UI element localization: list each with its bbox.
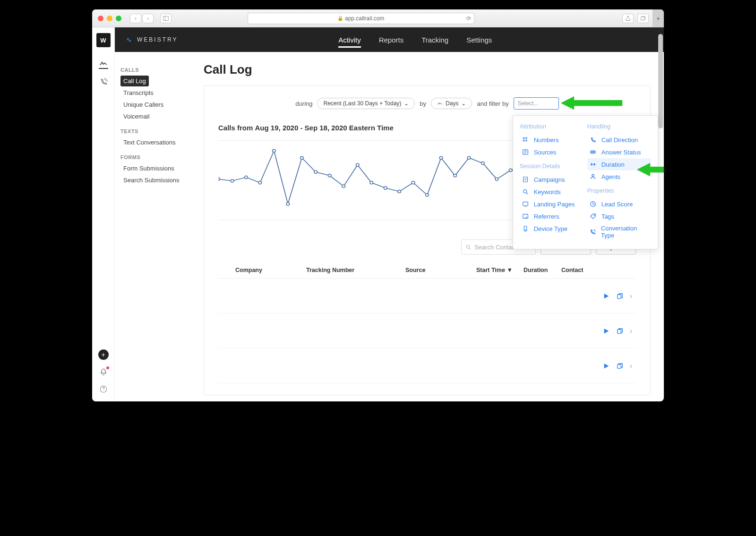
sidebar-item-unique-callers[interactable]: Unique Callers [120, 99, 185, 110]
th-contact[interactable]: Contact [561, 267, 609, 273]
svg-point-18 [593, 152, 593, 153]
dd-call-direction[interactable]: Call Direction [587, 134, 651, 146]
phone-icon[interactable] [99, 77, 108, 87]
th-duration[interactable]: Duration [524, 267, 561, 273]
page-title: Call Log [204, 62, 651, 77]
nav-buttons: ‹ › [130, 14, 154, 23]
granularity-dropdown[interactable]: Days ⌄ [431, 98, 472, 109]
dd-lead-score[interactable]: Lead Score [587, 198, 651, 210]
nav-reports[interactable]: Reports [379, 29, 404, 51]
play-icon[interactable] [603, 293, 610, 299]
landing-pages-icon [522, 200, 529, 208]
referrers-icon [522, 213, 529, 220]
copy-icon[interactable] [616, 362, 623, 369]
svg-marker-60 [604, 363, 609, 368]
scrollbar[interactable] [658, 34, 663, 128]
sidebar-item-transcripts[interactable]: Transcripts [120, 87, 185, 98]
nav-tracking[interactable]: Tracking [421, 29, 448, 51]
share-button[interactable] [622, 14, 634, 23]
svg-rect-2 [641, 17, 644, 20]
add-button[interactable]: + [98, 349, 109, 360]
svg-point-6 [525, 137, 527, 139]
dd-keywords[interactable]: Keywords [520, 186, 584, 198]
svg-point-44 [495, 178, 498, 180]
left-rail: W + [92, 27, 115, 401]
logo[interactable]: ∿ WEBISTRY [126, 36, 178, 43]
svg-point-20 [592, 174, 593, 176]
play-icon[interactable] [603, 328, 610, 334]
granularity-value: Days [446, 100, 458, 107]
sidebar-item-search-submissions[interactable]: Search Submissions [120, 175, 185, 186]
sidebar-item-call-log[interactable]: Call Log [120, 76, 149, 86]
forward-button[interactable]: › [142, 14, 154, 23]
agents-icon [589, 173, 597, 180]
th-source[interactable]: Source [405, 267, 476, 273]
svg-point-34 [356, 163, 359, 166]
nav-settings[interactable]: Settings [466, 29, 492, 51]
th-start-time[interactable]: Start Time ▼ [476, 267, 524, 273]
url-text: app.callrail.com [345, 15, 384, 22]
svg-point-22 [593, 215, 594, 216]
help-icon[interactable] [99, 384, 108, 394]
address-bar[interactable]: 🔒 app.callrail.com ⟳ [248, 13, 474, 24]
svg-point-43 [481, 162, 485, 165]
sidebar-toggle-button[interactable] [160, 14, 172, 23]
nav-links: Activity Reports Tracking Settings [338, 29, 492, 51]
nav-activity[interactable]: Activity [338, 29, 361, 51]
chevron-right-icon[interactable]: › [630, 362, 632, 370]
dd-duration[interactable]: Duration [587, 158, 651, 170]
dd-device-type[interactable]: Device Type [520, 222, 584, 235]
th-tracking[interactable]: Tracking Number [306, 267, 405, 273]
lead-score-icon [589, 200, 597, 208]
activity-icon[interactable] [99, 60, 108, 69]
reload-icon[interactable]: ⟳ [466, 15, 471, 22]
dd-agents[interactable]: Agents [587, 170, 651, 183]
dd-conversation-type[interactable]: Conversation Type [587, 222, 651, 241]
copy-icon[interactable] [616, 292, 623, 299]
sidebar: CALLS Call Log Transcripts Unique Caller… [115, 52, 190, 401]
sidebar-head-calls: CALLS [120, 67, 185, 73]
dd-head-attribution: Attribution [520, 123, 584, 130]
maximize-window-icon[interactable] [116, 16, 121, 21]
svg-point-32 [328, 174, 331, 177]
back-button[interactable]: ‹ [130, 14, 141, 23]
sources-icon [522, 148, 529, 156]
table-row[interactable]: › [218, 279, 636, 314]
table-row[interactable]: › [218, 314, 636, 349]
svg-point-39 [426, 194, 429, 196]
play-icon[interactable] [603, 363, 610, 369]
dd-numbers[interactable]: Numbers [520, 134, 584, 146]
sidebar-item-form-submissions[interactable]: Form Submissions [120, 163, 185, 174]
filter-select-input[interactable]: Select... [514, 97, 559, 110]
dd-campaigns[interactable]: Campaigns [520, 173, 584, 186]
daterange-dropdown[interactable]: Recent (Last 30 Days + Today) ⌄ [317, 98, 415, 109]
dd-sources[interactable]: Sources [520, 146, 584, 158]
svg-point-45 [509, 169, 512, 172]
close-window-icon[interactable] [98, 16, 103, 21]
th-company[interactable]: Company [235, 267, 306, 273]
chevron-right-icon[interactable]: › [630, 327, 632, 335]
notifications-icon[interactable] [99, 367, 108, 377]
copy-icon[interactable] [616, 327, 623, 334]
dd-landing-pages[interactable]: Landing Pages [520, 198, 584, 210]
sidebar-item-text-conversations[interactable]: Text Conversations [120, 137, 185, 148]
dd-head-session: Session Details [520, 163, 584, 170]
tabs-button[interactable] [637, 14, 649, 23]
brand-square[interactable]: W [96, 33, 111, 47]
svg-rect-0 [163, 16, 169, 20]
annotation-arrow-select [561, 94, 622, 111]
chevron-down-icon: ⌄ [404, 100, 409, 107]
dd-referrers[interactable]: Referrers [520, 210, 584, 222]
svg-point-8 [525, 140, 527, 141]
new-tab-button[interactable]: + [653, 9, 664, 27]
chevron-right-icon[interactable]: › [630, 292, 632, 300]
svg-marker-56 [604, 293, 609, 298]
conversation-type-icon [589, 228, 596, 236]
svg-point-28 [273, 149, 276, 152]
table-row[interactable]: › [218, 349, 636, 383]
minimize-window-icon[interactable] [107, 16, 112, 21]
dd-tags[interactable]: Tags [587, 210, 651, 222]
svg-point-26 [245, 176, 248, 179]
sidebar-item-voicemail[interactable]: Voicemail [120, 111, 185, 122]
dd-answer-status[interactable]: Answer Status [587, 146, 651, 158]
